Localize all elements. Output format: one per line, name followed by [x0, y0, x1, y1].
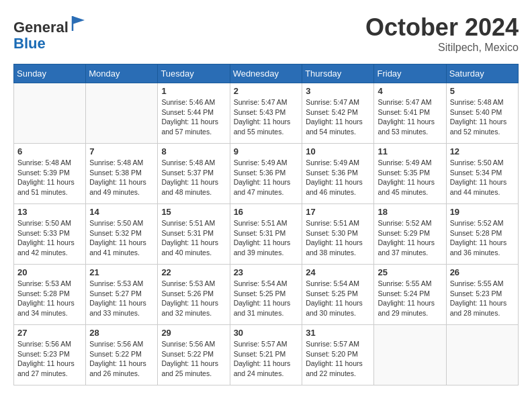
- week-row-3: 13Sunrise: 5:50 AM Sunset: 5:33 PM Dayli…: [14, 204, 519, 265]
- day-info: Sunrise: 5:54 AM Sunset: 5:25 PM Dayligh…: [306, 279, 370, 318]
- day-info: Sunrise: 5:48 AM Sunset: 5:40 PM Dayligh…: [450, 97, 515, 137]
- day-info: Sunrise: 5:51 AM Sunset: 5:31 PM Dayligh…: [161, 218, 226, 258]
- day-info: Sunrise: 5:51 AM Sunset: 5:30 PM Dayligh…: [306, 218, 370, 258]
- weekday-wednesday: Wednesday: [230, 64, 302, 83]
- calendar-cell: [446, 325, 518, 385]
- weekday-monday: Monday: [86, 64, 158, 83]
- day-number: 17: [306, 207, 370, 217]
- day-info: Sunrise: 5:49 AM Sunset: 5:36 PM Dayligh…: [306, 158, 370, 197]
- calendar-cell: 11Sunrise: 5:49 AM Sunset: 5:35 PM Dayli…: [374, 144, 446, 204]
- title-area: October 2024 Sitilpech, Mexico: [365, 13, 519, 54]
- calendar-cell: 15Sunrise: 5:51 AM Sunset: 5:31 PM Dayli…: [158, 204, 230, 265]
- day-number: 23: [234, 267, 299, 277]
- svg-marker-0: [73, 16, 85, 24]
- calendar-cell: 27Sunrise: 5:56 AM Sunset: 5:23 PM Dayli…: [14, 325, 86, 385]
- calendar-cell: 25Sunrise: 5:55 AM Sunset: 5:24 PM Dayli…: [374, 265, 446, 325]
- day-number: 16: [234, 207, 299, 217]
- day-info: Sunrise: 5:56 AM Sunset: 5:22 PM Dayligh…: [161, 339, 226, 379]
- day-info: Sunrise: 5:52 AM Sunset: 5:28 PM Dayligh…: [450, 218, 515, 258]
- calendar-cell: 19Sunrise: 5:52 AM Sunset: 5:28 PM Dayli…: [446, 204, 518, 265]
- day-number: 6: [17, 146, 82, 156]
- calendar-cell: 21Sunrise: 5:53 AM Sunset: 5:27 PM Dayli…: [86, 265, 158, 325]
- day-info: Sunrise: 5:56 AM Sunset: 5:23 PM Dayligh…: [17, 339, 82, 379]
- calendar-cell: [374, 325, 446, 385]
- calendar-cell: 24Sunrise: 5:54 AM Sunset: 5:25 PM Dayli…: [302, 265, 374, 325]
- logo-general-text: General: [13, 19, 69, 36]
- day-number: 26: [450, 267, 515, 277]
- weekday-saturday: Saturday: [446, 64, 518, 83]
- day-info: Sunrise: 5:52 AM Sunset: 5:29 PM Dayligh…: [378, 218, 442, 258]
- day-info: Sunrise: 5:55 AM Sunset: 5:23 PM Dayligh…: [450, 279, 515, 318]
- day-info: Sunrise: 5:53 AM Sunset: 5:27 PM Dayligh…: [89, 279, 154, 318]
- day-info: Sunrise: 5:57 AM Sunset: 5:20 PM Dayligh…: [306, 339, 370, 379]
- week-row-5: 27Sunrise: 5:56 AM Sunset: 5:23 PM Dayli…: [14, 325, 519, 385]
- logo-flag-icon: [70, 13, 89, 32]
- month-title: October 2024: [365, 13, 519, 42]
- day-number: 8: [161, 146, 226, 156]
- day-number: 5: [450, 86, 515, 96]
- calendar-cell: 23Sunrise: 5:54 AM Sunset: 5:25 PM Dayli…: [230, 265, 302, 325]
- calendar-cell: 3Sunrise: 5:47 AM Sunset: 5:42 PM Daylig…: [302, 83, 374, 144]
- day-number: 3: [306, 86, 370, 96]
- calendar-cell: 26Sunrise: 5:55 AM Sunset: 5:23 PM Dayli…: [446, 265, 518, 325]
- calendar-cell: 5Sunrise: 5:48 AM Sunset: 5:40 PM Daylig…: [446, 83, 518, 144]
- day-info: Sunrise: 5:49 AM Sunset: 5:36 PM Dayligh…: [234, 158, 299, 197]
- calendar-cell: 29Sunrise: 5:56 AM Sunset: 5:22 PM Dayli…: [158, 325, 230, 385]
- day-info: Sunrise: 5:48 AM Sunset: 5:38 PM Dayligh…: [89, 158, 154, 197]
- day-info: Sunrise: 5:48 AM Sunset: 5:39 PM Dayligh…: [17, 158, 82, 197]
- day-number: 27: [17, 328, 82, 338]
- calendar-cell: 18Sunrise: 5:52 AM Sunset: 5:29 PM Dayli…: [374, 204, 446, 265]
- logo-blue-text: Blue: [13, 35, 46, 52]
- calendar-cell: 8Sunrise: 5:48 AM Sunset: 5:37 PM Daylig…: [158, 144, 230, 204]
- calendar-cell: 20Sunrise: 5:53 AM Sunset: 5:28 PM Dayli…: [14, 265, 86, 325]
- day-number: 2: [234, 86, 299, 96]
- day-number: 7: [89, 146, 154, 156]
- calendar-cell: 17Sunrise: 5:51 AM Sunset: 5:30 PM Dayli…: [302, 204, 374, 265]
- day-info: Sunrise: 5:49 AM Sunset: 5:35 PM Dayligh…: [378, 158, 442, 197]
- day-number: 31: [306, 328, 370, 338]
- weekday-header-row: SundayMondayTuesdayWednesdayThursdayFrid…: [14, 64, 519, 83]
- day-number: 1: [161, 86, 226, 96]
- calendar-cell: 7Sunrise: 5:48 AM Sunset: 5:38 PM Daylig…: [86, 144, 158, 204]
- day-number: 18: [378, 207, 442, 217]
- weekday-thursday: Thursday: [302, 64, 374, 83]
- weekday-sunday: Sunday: [14, 64, 86, 83]
- calendar-cell: 28Sunrise: 5:56 AM Sunset: 5:22 PM Dayli…: [86, 325, 158, 385]
- day-info: Sunrise: 5:54 AM Sunset: 5:25 PM Dayligh…: [234, 279, 299, 318]
- day-number: 10: [306, 146, 370, 156]
- calendar-cell: 2Sunrise: 5:47 AM Sunset: 5:43 PM Daylig…: [230, 83, 302, 144]
- calendar-cell: 1Sunrise: 5:46 AM Sunset: 5:44 PM Daylig…: [158, 83, 230, 144]
- calendar-cell: 4Sunrise: 5:47 AM Sunset: 5:41 PM Daylig…: [374, 83, 446, 144]
- day-number: 4: [378, 86, 442, 96]
- weekday-friday: Friday: [374, 64, 446, 83]
- calendar-cell: 6Sunrise: 5:48 AM Sunset: 5:39 PM Daylig…: [14, 144, 86, 204]
- day-info: Sunrise: 5:47 AM Sunset: 5:41 PM Dayligh…: [378, 97, 442, 137]
- day-number: 12: [450, 146, 515, 156]
- calendar-cell: 22Sunrise: 5:53 AM Sunset: 5:26 PM Dayli…: [158, 265, 230, 325]
- day-number: 29: [161, 328, 226, 338]
- weekday-tuesday: Tuesday: [158, 64, 230, 83]
- day-number: 25: [378, 267, 442, 277]
- calendar-body: 1Sunrise: 5:46 AM Sunset: 5:44 PM Daylig…: [14, 83, 519, 385]
- day-number: 24: [306, 267, 370, 277]
- calendar-cell: 30Sunrise: 5:57 AM Sunset: 5:21 PM Dayli…: [230, 325, 302, 385]
- day-info: Sunrise: 5:50 AM Sunset: 5:34 PM Dayligh…: [450, 158, 515, 197]
- day-info: Sunrise: 5:47 AM Sunset: 5:42 PM Dayligh…: [306, 97, 370, 137]
- calendar-cell: [86, 83, 158, 144]
- day-info: Sunrise: 5:51 AM Sunset: 5:31 PM Dayligh…: [234, 218, 299, 258]
- day-info: Sunrise: 5:53 AM Sunset: 5:26 PM Dayligh…: [161, 279, 226, 318]
- day-number: 28: [89, 328, 154, 338]
- day-number: 14: [89, 207, 154, 217]
- location: Sitilpech, Mexico: [365, 42, 519, 54]
- calendar-cell: [14, 83, 86, 144]
- logo: General Blue: [13, 13, 89, 52]
- page-header: General Blue October 2024 Sitilpech, Mex…: [13, 13, 519, 54]
- calendar-cell: 10Sunrise: 5:49 AM Sunset: 5:36 PM Dayli…: [302, 144, 374, 204]
- calendar-cell: 14Sunrise: 5:50 AM Sunset: 5:32 PM Dayli…: [86, 204, 158, 265]
- week-row-4: 20Sunrise: 5:53 AM Sunset: 5:28 PM Dayli…: [14, 265, 519, 325]
- day-info: Sunrise: 5:55 AM Sunset: 5:24 PM Dayligh…: [378, 279, 442, 318]
- calendar-cell: 13Sunrise: 5:50 AM Sunset: 5:33 PM Dayli…: [14, 204, 86, 265]
- calendar-table: SundayMondayTuesdayWednesdayThursdayFrid…: [13, 64, 519, 385]
- day-info: Sunrise: 5:50 AM Sunset: 5:33 PM Dayligh…: [17, 218, 82, 258]
- day-number: 13: [17, 207, 82, 217]
